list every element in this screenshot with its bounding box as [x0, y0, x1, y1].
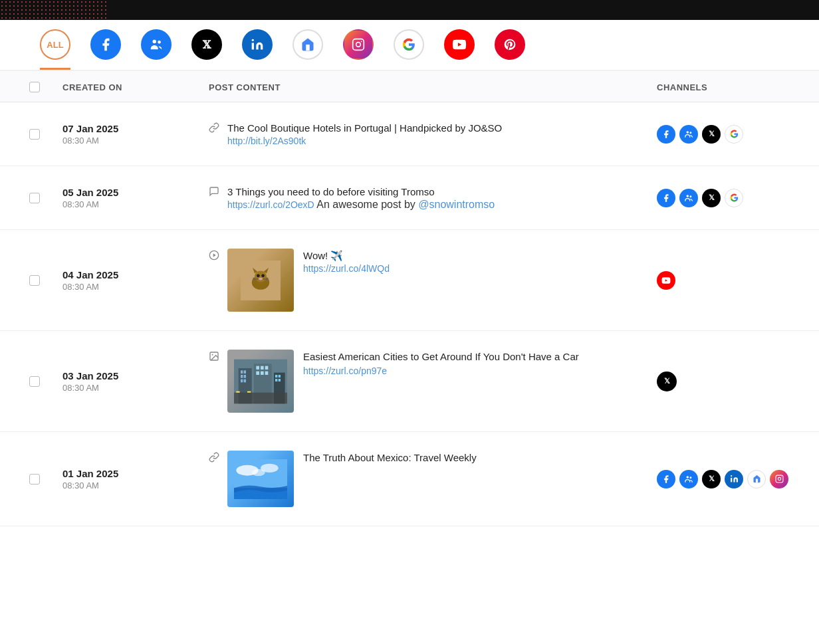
row3-text-area: Wow! ✈️ https://zurl.co/4lWQd	[303, 249, 390, 274]
linkedin-channel-badge	[725, 470, 743, 488]
row2-content-text: 3 Things you need to do before visiting …	[227, 185, 657, 211]
tab-gmb[interactable]	[292, 29, 323, 70]
row3-link[interactable]: https://zurl.co/4lWQd	[303, 263, 390, 274]
svg-rect-47	[275, 379, 277, 381]
svg-point-5	[356, 43, 361, 47]
row3-checkbox-cell	[29, 275, 62, 286]
row5-checkbox-cell	[29, 474, 62, 484]
twitter-tab-icon: 𝕏	[191, 29, 222, 60]
row1-content-cell: The Cool Boutique Hotels in Portugal | H…	[209, 121, 657, 147]
row4-checkbox-cell	[29, 376, 62, 387]
svg-rect-50	[236, 391, 239, 392]
svg-point-16	[255, 270, 267, 282]
fb-channel-badge	[657, 125, 675, 144]
row4-title: Easiest American Cities to Get Around If…	[303, 350, 657, 378]
groups-channel-badge	[679, 125, 698, 144]
fb-channel-badge	[657, 189, 675, 207]
tab-linkedin[interactable]	[242, 29, 273, 70]
svg-rect-59	[731, 478, 732, 483]
tab-google[interactable]	[394, 29, 424, 70]
svg-rect-38	[256, 366, 259, 369]
select-all-checkbox[interactable]	[29, 82, 40, 92]
row1-time: 08:30 AM	[62, 136, 209, 146]
twitter-channel-badge: 𝕏	[702, 189, 721, 207]
google-tab-icon	[394, 29, 424, 60]
svg-rect-49	[234, 392, 287, 403]
svg-point-55	[252, 469, 265, 476]
row2-link-line: https://zurl.co/2OexD An awesome post by…	[227, 199, 657, 211]
table-container: CREATED ON POST CONTENT CHANNELS 07 Jan …	[0, 71, 819, 526]
row4-link[interactable]: https://zurl.co/pn97e	[303, 366, 387, 376]
table-header: CREATED ON POST CONTENT CHANNELS	[0, 71, 819, 102]
text-icon	[209, 186, 219, 199]
tab-facebook[interactable]	[90, 29, 121, 70]
row1-checkbox-cell	[29, 129, 62, 140]
row3-date-cell: 04 Jan 2025 08:30 AM	[62, 269, 209, 292]
row2-time: 08:30 AM	[62, 199, 209, 209]
svg-point-1	[158, 41, 161, 44]
row2-checkbox[interactable]	[29, 193, 40, 203]
row2-link[interactable]: https://zurl.co/2OexD	[227, 199, 314, 210]
row5-thumbnail	[227, 451, 294, 507]
row4-text-area: Easiest American Cities to Get Around If…	[303, 350, 657, 378]
tab-instagram[interactable]	[343, 29, 374, 70]
svg-point-58	[689, 477, 691, 479]
row1-title: The Cool Boutique Hotels in Portugal | H…	[227, 121, 657, 135]
svg-marker-13	[213, 253, 216, 257]
row2-date-cell: 05 Jan 2025 08:30 AM	[62, 187, 209, 209]
facebook-tab-icon	[90, 29, 121, 60]
row4-date-cell: 03 Jan 2025 08:30 AM	[62, 370, 209, 393]
image-icon	[209, 351, 219, 364]
row5-content-cell: The Truth About Mexico: Travel Weekly	[209, 451, 657, 507]
row3-checkbox[interactable]	[29, 275, 40, 286]
row1-link[interactable]: http://bit.ly/2As90tk	[227, 136, 306, 146]
svg-rect-42	[261, 371, 264, 374]
youtube-channel-badge	[657, 271, 675, 290]
row4-content-with-image: Easiest American Cities to Get Around If…	[227, 350, 657, 413]
row4-checkbox[interactable]	[29, 376, 40, 387]
post-content-header: POST CONTENT	[209, 82, 657, 92]
row3-date: 04 Jan 2025	[62, 269, 209, 280]
svg-point-57	[687, 476, 689, 479]
twitter-channel-badge: 𝕏	[702, 470, 721, 488]
svg-rect-41	[256, 371, 259, 374]
instagram-tab-icon	[343, 29, 374, 60]
table-row: 04 Jan 2025 08:30 AM	[0, 230, 819, 331]
svg-point-3	[252, 39, 254, 41]
google-channel-badge	[725, 125, 743, 144]
table-row: 01 Jan 2025 08:30 AM	[0, 432, 819, 526]
row3-time: 08:30 AM	[62, 282, 209, 292]
row5-title: The Truth About Mexico: Travel Weekly	[303, 451, 477, 465]
row4-time: 08:30 AM	[62, 383, 209, 393]
row5-checkbox[interactable]	[29, 474, 40, 484]
row2-channels: 𝕏	[657, 189, 790, 207]
youtube-tab-icon	[444, 29, 475, 60]
tab-pinterest[interactable]	[495, 29, 525, 70]
svg-point-28	[212, 354, 213, 356]
gmb-channel-badge	[747, 470, 766, 488]
header-checkbox-cell	[29, 82, 62, 92]
tab-all[interactable]: ALL	[40, 29, 70, 70]
channel-tabs-container: ALL 𝕏	[0, 20, 819, 71]
tab-twitter[interactable]: 𝕏	[191, 29, 222, 70]
row2-link-suffix: An awesome post by	[314, 199, 419, 210]
gmb-tab-icon	[292, 29, 323, 60]
groups-tab-icon	[141, 29, 172, 60]
row2-mention: @snowintromso	[418, 199, 495, 210]
instagram-channel-badge	[770, 470, 788, 488]
tab-groups[interactable]	[141, 29, 172, 70]
row1-channels: 𝕏	[657, 125, 790, 144]
svg-point-20	[261, 274, 265, 277]
row3-content-cell: Wow! ✈️ https://zurl.co/4lWQd	[209, 249, 657, 312]
row1-checkbox[interactable]	[29, 129, 40, 140]
svg-rect-48	[279, 379, 281, 381]
row5-content-with-image: The Truth About Mexico: Travel Weekly	[227, 451, 477, 507]
linkedin-tab-icon	[242, 29, 273, 60]
tab-youtube[interactable]	[444, 29, 475, 70]
fb-channel-badge	[657, 470, 675, 488]
google-channel-badge	[725, 189, 743, 207]
row2-title: 3 Things you need to do before visiting …	[227, 185, 657, 199]
svg-point-60	[731, 475, 732, 477]
svg-rect-46	[279, 375, 281, 377]
link-icon	[209, 122, 219, 136]
